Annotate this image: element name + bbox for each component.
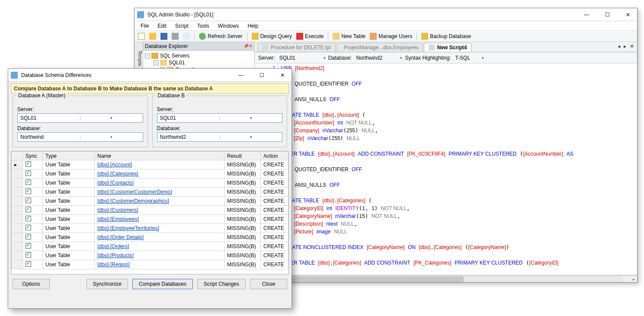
object-link[interactable]: [dbo].[Employees]: [97, 216, 139, 222]
options-button[interactable]: Options: [13, 279, 50, 289]
row-selector[interactable]: [12, 160, 23, 169]
col-action[interactable]: Action: [261, 152, 288, 160]
menu-windows[interactable]: Windows: [215, 22, 243, 30]
close-button[interactable]: ✕: [622, 10, 634, 19]
tb-newtable[interactable]: New Table: [331, 32, 367, 41]
dialog-minimize-button[interactable]: —: [234, 71, 247, 80]
row-selector[interactable]: [12, 179, 23, 188]
col-result[interactable]: Result: [224, 152, 261, 160]
database-value[interactable]: Northwind2: [354, 54, 397, 61]
checkbox-icon[interactable]: [26, 216, 31, 221]
name-cell[interactable]: [dbo].[CustomerDemographics]: [95, 197, 224, 206]
tb-print-icon[interactable]: [170, 32, 180, 41]
dropdown-icon[interactable]: ▾: [324, 56, 326, 60]
table-row[interactable]: User Table[dbo].[Employees]MISSING(B)CRE…: [12, 215, 288, 224]
server-value[interactable]: SQL01: [278, 54, 321, 61]
object-link[interactable]: [dbo].[Account]: [97, 162, 132, 168]
minimize-button[interactable]: —: [580, 10, 593, 19]
row-selector[interactable]: [12, 215, 23, 224]
checkbox-icon[interactable]: [26, 161, 31, 167]
sync-cell[interactable]: [23, 260, 43, 269]
tree-expander-icon[interactable]: −: [154, 61, 158, 65]
tb-save-icon[interactable]: [159, 32, 169, 41]
name-cell[interactable]: [dbo].[Contacts]: [95, 179, 224, 188]
table-row[interactable]: User Table[dbo].[CustomerCustomerDemo]MI…: [12, 188, 288, 197]
row-selector[interactable]: [12, 260, 23, 269]
row-selector[interactable]: [12, 242, 23, 251]
sync-cell[interactable]: [23, 179, 43, 188]
scroll-right-icon[interactable]: ▸: [630, 277, 637, 281]
synchronize-button[interactable]: Synchronize: [87, 279, 128, 289]
dialog-maximize-button[interactable]: ☐: [255, 71, 268, 80]
col-name[interactable]: Name: [95, 152, 224, 160]
tree-expander-icon[interactable]: −: [145, 54, 150, 58]
menu-edit[interactable]: Edit: [154, 22, 170, 30]
table-row[interactable]: User Table[dbo].[EmployeeTerritories]MIS…: [12, 224, 288, 233]
tree-server[interactable]: SQL01: [169, 60, 185, 66]
row-selector[interactable]: [12, 251, 23, 260]
name-cell[interactable]: [dbo].[Products]: [95, 251, 224, 260]
compare-databases-button[interactable]: Compare Databases: [132, 279, 193, 289]
panel-close-icon[interactable]: ✕: [247, 44, 253, 48]
name-cell[interactable]: [dbo].[Order Details]: [95, 233, 224, 242]
syntax-value[interactable]: T-SQL: [453, 54, 479, 61]
dialog-titlebar[interactable]: Database Schema Differences — ☐ ✕: [8, 69, 292, 82]
menu-script[interactable]: Script: [172, 22, 192, 30]
object-link[interactable]: [dbo].[Categories]: [97, 171, 138, 177]
table-row[interactable]: User Table[dbo].[CustomerDemographics]MI…: [12, 197, 288, 206]
name-cell[interactable]: [dbo].[Customers]: [95, 206, 224, 215]
horizontal-scrollbar[interactable]: ◂ ▸: [255, 275, 637, 282]
database-a-combo[interactable]: Northwind▾: [17, 132, 143, 142]
table-row[interactable]: User Table[dbo].[Account]MISSING(B)CREAT…: [12, 160, 288, 169]
object-link[interactable]: [dbo].[Region]: [97, 262, 130, 268]
pin-icon[interactable]: 📌: [242, 44, 247, 48]
name-cell[interactable]: [dbo].[Account]: [95, 160, 224, 169]
object-link[interactable]: [dbo].[Orders]: [97, 243, 129, 249]
checkbox-icon[interactable]: [26, 261, 31, 267]
tb-users[interactable]: Manage Users: [368, 32, 414, 41]
checkbox-icon[interactable]: [26, 243, 31, 249]
tab-nav-left-icon[interactable]: ◂: [616, 43, 622, 49]
dropdown-icon[interactable]: ▾: [482, 56, 484, 60]
main-titlebar[interactable]: SQL Admin Studio - [SQL01] — ☐ ✕: [135, 8, 637, 21]
tab-close-icon[interactable]: ✕: [628, 43, 635, 49]
server-b-combo[interactable]: SQL01▾: [157, 113, 283, 123]
table-row[interactable]: User Table[dbo].[Region]MISSING(B)CREATE: [12, 260, 288, 269]
object-link[interactable]: [dbo].[Products]: [97, 252, 134, 259]
name-cell[interactable]: [dbo].[CustomerCustomerDemo]: [95, 188, 224, 197]
table-row[interactable]: User Table[dbo].[Categories]MISSING(B)CR…: [12, 169, 288, 179]
menu-help[interactable]: Help: [244, 22, 262, 30]
object-link[interactable]: [dbo].[Contacts]: [97, 180, 134, 186]
tb-open-icon[interactable]: [147, 32, 158, 41]
dropdown-icon[interactable]: ▾: [80, 116, 143, 120]
script-changes-button[interactable]: Script Changes: [197, 279, 246, 289]
row-selector[interactable]: [12, 233, 23, 242]
tb-refresh[interactable]: Refresh Server: [197, 32, 244, 41]
name-cell[interactable]: [dbo].[Categories]: [95, 169, 224, 179]
row-selector[interactable]: [12, 206, 23, 215]
name-cell[interactable]: [dbo].[Region]: [95, 260, 224, 269]
table-row[interactable]: User Table[dbo].[Products]MISSING(B)CREA…: [12, 251, 288, 260]
database-b-combo[interactable]: Northwind2▾: [157, 132, 283, 142]
sync-cell[interactable]: [23, 206, 43, 215]
tab-nav-right-icon[interactable]: ▸: [622, 43, 628, 49]
row-selector[interactable]: [12, 188, 23, 197]
tab-new-script4[interactable]: New Script4: [424, 43, 472, 52]
row-selector[interactable]: [12, 169, 23, 179]
dropdown-icon[interactable]: ▾: [400, 56, 402, 60]
sync-cell[interactable]: [23, 215, 43, 224]
table-row[interactable]: User Table[dbo].[Order Details]MISSING(B…: [12, 233, 288, 242]
dialog-close-button[interactable]: ✕: [276, 71, 289, 80]
scroll-thumb[interactable]: [269, 276, 464, 282]
object-link[interactable]: [dbo].[Order Details]: [97, 234, 144, 240]
sync-cell[interactable]: [23, 224, 43, 233]
tb-backup[interactable]: Backup Database: [420, 32, 473, 41]
sync-cell[interactable]: [23, 197, 43, 206]
menu-tools[interactable]: Tools: [194, 22, 213, 30]
close-dialog-button[interactable]: Close: [250, 279, 287, 289]
sync-cell[interactable]: [23, 242, 43, 251]
name-cell[interactable]: [dbo].[EmployeeTerritories]: [95, 224, 224, 233]
table-row[interactable]: User Table[dbo].[Contacts]MISSING(B)CREA…: [12, 179, 288, 188]
dropdown-icon[interactable]: ▾: [219, 116, 282, 120]
dropdown-icon[interactable]: ▾: [219, 135, 282, 139]
